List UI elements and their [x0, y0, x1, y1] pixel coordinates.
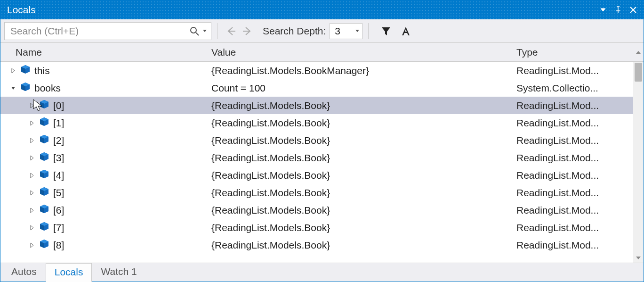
variable-name: [4]	[53, 170, 64, 181]
search-depth-label: Search Depth:	[263, 25, 326, 37]
object-icon	[39, 186, 53, 199]
variable-name: [5]	[53, 187, 64, 199]
type-cell: ReadingList.Mod...	[516, 152, 633, 164]
table-row[interactable]: booksCount = 100System.Collectio...	[0, 79, 633, 97]
value-cell[interactable]: {ReadingList.Models.Book}	[211, 170, 516, 181]
name-cell: [7]	[9, 221, 211, 234]
expander-button[interactable]	[28, 224, 36, 232]
tab-locals[interactable]: Locals	[46, 263, 92, 282]
object-icon	[39, 116, 53, 129]
value-cell[interactable]: Count = 100	[211, 83, 516, 94]
text-visualizer-button[interactable]	[398, 23, 414, 39]
variable-name: [3]	[53, 152, 64, 164]
search-depth-select[interactable]: 3	[330, 23, 362, 39]
chevron-down-icon	[354, 29, 361, 33]
nav-forward-button[interactable]	[239, 23, 255, 39]
type-cell: ReadingList.Mod...	[516, 65, 633, 76]
column-type-header[interactable]: Type	[516, 47, 633, 58]
variable-name: books	[34, 83, 61, 94]
value-cell[interactable]: {ReadingList.Models.Book}	[211, 152, 516, 164]
bottom-tabs: AutosLocalsWatch 1	[0, 263, 644, 282]
name-cell: [3]	[9, 151, 211, 164]
name-cell: this	[9, 64, 211, 77]
window-menu-button[interactable]	[596, 3, 610, 17]
table-row[interactable]: [3]{ReadingList.Models.Book}ReadingList.…	[0, 149, 633, 166]
close-button[interactable]	[627, 3, 640, 17]
titlebar: Locals	[0, 0, 644, 19]
table-row[interactable]: [4]{ReadingList.Models.Book}ReadingList.…	[0, 166, 633, 184]
object-icon	[39, 151, 53, 164]
table-row[interactable]: [8]{ReadingList.Models.Book}ReadingList.…	[0, 236, 633, 254]
search-icon[interactable]	[189, 26, 200, 36]
expander-button[interactable]	[28, 119, 36, 127]
object-icon	[39, 239, 53, 251]
object-icon	[39, 169, 53, 182]
expander-button[interactable]	[28, 136, 36, 145]
scroll-down-button[interactable]	[633, 253, 644, 263]
object-icon	[20, 64, 34, 77]
expander-button[interactable]	[9, 84, 17, 92]
tab-autos[interactable]: Autos	[2, 263, 46, 282]
value-cell[interactable]: {ReadingList.Models.Book}	[211, 222, 516, 233]
variable-name: [6]	[53, 205, 64, 216]
toolbar-separator	[368, 23, 369, 39]
toolbar-separator	[217, 23, 217, 39]
type-cell: ReadingList.Mod...	[516, 240, 633, 251]
value-cell[interactable]: {ReadingList.Models.Book}	[211, 117, 516, 129]
name-cell: [0]	[9, 99, 211, 112]
type-cell: ReadingList.Mod...	[516, 135, 633, 146]
expander-button[interactable]	[28, 241, 36, 249]
panel-title: Locals	[7, 4, 36, 16]
type-cell: System.Collectio...	[516, 83, 633, 94]
table-row[interactable]: [0]{ReadingList.Models.Book}ReadingList.…	[0, 97, 633, 114]
name-cell: [2]	[9, 134, 211, 147]
table-row[interactable]: [5]{ReadingList.Models.Book}ReadingList.…	[0, 184, 633, 201]
nav-back-button[interactable]	[223, 23, 239, 39]
toolbar: Search Depth: 3	[0, 19, 644, 43]
pin-button[interactable]	[612, 3, 625, 17]
value-cell[interactable]: {ReadingList.Models.Book}	[211, 240, 516, 251]
expander-button[interactable]	[28, 206, 36, 215]
filter-button[interactable]	[378, 23, 394, 39]
scrollbar-thumb[interactable]	[635, 63, 642, 82]
value-cell[interactable]: {ReadingList.Models.Book}	[211, 135, 516, 146]
search-dropdown-button[interactable]	[201, 29, 208, 33]
value-cell[interactable]: {ReadingList.Models.Book}	[211, 205, 516, 216]
variable-name: [0]	[53, 100, 64, 111]
expander-button[interactable]	[28, 101, 36, 110]
type-cell: ReadingList.Mod...	[516, 187, 633, 199]
value-cell[interactable]: {ReadingList.Models.Book}	[211, 187, 516, 199]
column-name-header[interactable]: Name	[9, 47, 211, 58]
table-row[interactable]: [1]{ReadingList.Models.Book}ReadingList.…	[0, 114, 633, 132]
table-row[interactable]: [2]{ReadingList.Models.Book}ReadingList.…	[0, 132, 633, 149]
object-icon	[20, 82, 34, 94]
expander-button[interactable]	[9, 66, 17, 75]
table-row[interactable]: [7]{ReadingList.Models.Book}ReadingList.…	[0, 219, 633, 236]
table-row[interactable]: [6]{ReadingList.Models.Book}ReadingList.…	[0, 201, 633, 219]
expander-button[interactable]	[28, 189, 36, 197]
scroll-up-button[interactable]	[633, 50, 644, 55]
object-icon	[39, 134, 53, 147]
search-box[interactable]	[4, 22, 211, 40]
variable-name: [8]	[53, 240, 64, 251]
type-cell: ReadingList.Mod...	[516, 222, 633, 233]
table-row[interactable]: this{ReadingList.Models.BookManager}Read…	[0, 62, 633, 79]
tab-watch-1[interactable]: Watch 1	[92, 263, 145, 282]
variable-name: [1]	[53, 117, 64, 129]
name-cell: books	[9, 82, 211, 94]
expander-button[interactable]	[28, 171, 36, 180]
value-cell[interactable]: {ReadingList.Models.BookManager}	[211, 65, 516, 76]
value-cell[interactable]: {ReadingList.Models.Book}	[211, 100, 516, 111]
vertical-scrollbar[interactable]	[633, 62, 644, 263]
rows-area: this{ReadingList.Models.BookManager}Read…	[0, 62, 644, 263]
type-cell: ReadingList.Mod...	[516, 205, 633, 216]
search-input[interactable]	[9, 25, 189, 37]
object-icon	[39, 221, 53, 234]
expander-button[interactable]	[28, 154, 36, 162]
type-cell: ReadingList.Mod...	[516, 100, 633, 111]
variable-name: [7]	[53, 222, 64, 233]
name-cell: [5]	[9, 186, 211, 199]
type-cell: ReadingList.Mod...	[516, 117, 633, 129]
column-value-header[interactable]: Value	[211, 47, 516, 58]
locals-panel: Locals Search Depth:	[0, 0, 644, 282]
